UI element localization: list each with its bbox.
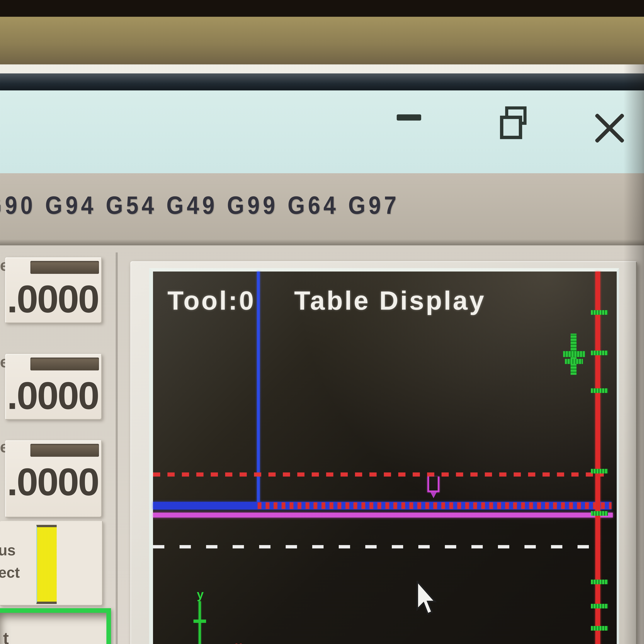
toolpath-blue-line	[153, 502, 612, 510]
dro-inset-strip	[30, 444, 99, 457]
dro-inset-strip	[30, 358, 99, 370]
toolpath-title-row: Tool:0 Table Display	[167, 285, 580, 316]
toolpath-magenta-line	[153, 513, 613, 518]
rapid-move-dashed-line	[153, 472, 604, 477]
dro-value: .0000	[7, 277, 101, 321]
green-tick	[591, 310, 608, 315]
work-position-icon	[563, 334, 585, 375]
dro-inset-strip	[30, 261, 99, 274]
green-tick	[591, 580, 608, 584]
green-bordered-button[interactable]	[0, 608, 111, 644]
tool-position-tail	[430, 492, 437, 498]
dro-value: .0000	[7, 460, 101, 504]
tool-position-icon	[427, 477, 439, 492]
screen-edge-shadow	[623, 64, 644, 644]
green-tick	[591, 626, 608, 631]
status-label-fragment: us	[0, 542, 16, 559]
monitor-bezel-top	[0, 17, 644, 66]
green-tick	[591, 604, 608, 608]
tool-number-label: Tool:0	[167, 285, 256, 316]
restore-icon[interactable]	[500, 106, 522, 135]
yellow-status-led	[36, 525, 57, 604]
axis-triad-icon: y x	[185, 587, 258, 644]
green-tick	[591, 388, 608, 393]
close-icon[interactable]	[592, 111, 626, 146]
green-tick	[591, 511, 608, 516]
toolpath-white-dashed-line	[153, 545, 597, 548]
toolpath-red-dashes	[258, 502, 612, 509]
green-tick	[591, 469, 608, 473]
room-background	[0, 0, 644, 18]
panel-seam	[116, 252, 118, 644]
button-label-fragment: t	[3, 629, 9, 644]
status-label-fragment: ect	[0, 564, 20, 581]
table-display-label: Table Display	[294, 285, 486, 316]
dro-field[interactable]: .0000	[5, 257, 102, 323]
green-tick	[591, 351, 608, 355]
dro-field[interactable]: .0000	[5, 354, 102, 420]
dro-value: .0000	[7, 373, 101, 418]
minimize-icon[interactable]	[397, 114, 421, 121]
screen-top-edge	[0, 64, 644, 73]
mouse-cursor-icon	[415, 581, 442, 619]
monitor-photo: G90 G94 G54 G49 G99 G64 G97 e .0000 e .0…	[0, 0, 644, 644]
machine-limit-red-line	[595, 272, 600, 644]
window-titlebar	[0, 90, 644, 173]
active-gcodes-text: G90 G94 G54 G49 G99 G64 G97	[0, 191, 400, 219]
dro-field[interactable]: .0000	[5, 440, 102, 518]
screen-dark-band	[0, 73, 644, 90]
